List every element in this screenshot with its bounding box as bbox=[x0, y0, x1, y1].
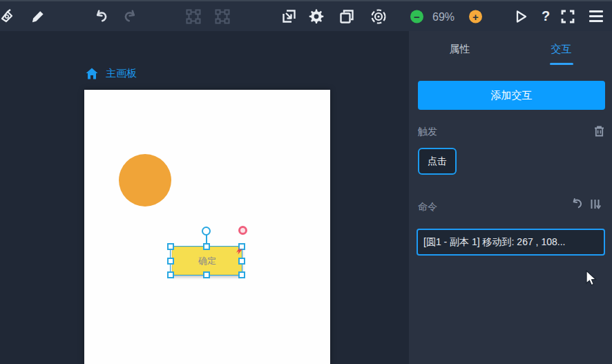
panel-tabs: 属性 交互 bbox=[409, 31, 612, 67]
group-icon[interactable] bbox=[184, 8, 202, 26]
breadcrumb-label[interactable]: 主画板 bbox=[106, 67, 137, 80]
undo-icon[interactable] bbox=[93, 8, 111, 26]
inspector-panel: 属性 交互 添加交互 触发 点击 命令 [圆1 - 副本 1] 移动到: 267… bbox=[409, 31, 612, 364]
trigger-section-label: 触发 bbox=[418, 126, 437, 138]
command-item[interactable]: [圆1 - 副本 1] 移动到: 267 , 108... bbox=[417, 229, 605, 256]
active-tab-underline bbox=[550, 63, 573, 65]
rotate-handle[interactable] bbox=[202, 227, 211, 236]
resize-handle-bottom-middle[interactable] bbox=[203, 271, 210, 278]
circle-shape[interactable] bbox=[119, 154, 171, 207]
export-icon[interactable] bbox=[280, 8, 298, 26]
mouse-cursor bbox=[586, 270, 597, 287]
fullscreen-icon[interactable] bbox=[559, 8, 577, 26]
tab-properties[interactable]: 属性 bbox=[409, 31, 510, 67]
breadcrumb[interactable]: 主画板 bbox=[86, 67, 137, 80]
pencil-icon[interactable] bbox=[29, 8, 47, 26]
resize-handle-middle-left[interactable] bbox=[167, 258, 174, 265]
artboard[interactable]: 确定 bbox=[84, 90, 330, 364]
menu-icon[interactable] bbox=[587, 8, 605, 26]
trash-icon[interactable] bbox=[594, 126, 604, 140]
add-interaction-button[interactable]: 添加交互 bbox=[418, 81, 605, 110]
tab-properties-label: 属性 bbox=[450, 43, 470, 56]
resize-handle-top-left[interactable] bbox=[167, 243, 174, 250]
play-icon[interactable] bbox=[512, 8, 530, 26]
resize-handle-middle-right[interactable] bbox=[238, 258, 245, 265]
tab-interaction-label: 交互 bbox=[551, 43, 572, 56]
settings-gear-icon[interactable] bbox=[307, 8, 325, 26]
tab-interaction[interactable]: 交互 bbox=[510, 31, 612, 67]
resize-handle-bottom-right[interactable] bbox=[238, 271, 245, 278]
resize-handle-top-middle[interactable] bbox=[203, 243, 210, 250]
target-icon[interactable] bbox=[370, 8, 388, 26]
command-section-label: 命令 bbox=[418, 201, 437, 213]
zoom-out-button[interactable]: − bbox=[410, 10, 423, 23]
selection-box[interactable] bbox=[170, 246, 242, 276]
help-icon[interactable]: ? bbox=[537, 8, 555, 26]
top-toolbar: − 69% + ? bbox=[0, 0, 612, 31]
layers-icon[interactable] bbox=[338, 8, 356, 26]
redo-icon[interactable] bbox=[121, 8, 139, 26]
home-icon[interactable] bbox=[86, 68, 98, 79]
interaction-flag-icon bbox=[236, 247, 243, 255]
ungroup-icon[interactable] bbox=[213, 8, 231, 26]
zoom-in-button[interactable]: + bbox=[469, 10, 482, 23]
zoom-level: 69% bbox=[432, 1, 455, 32]
sort-columns-icon[interactable] bbox=[590, 198, 602, 213]
resize-handle-bottom-left[interactable] bbox=[167, 271, 174, 278]
interaction-target-indicator[interactable] bbox=[238, 226, 247, 235]
trigger-click-button[interactable]: 点击 bbox=[418, 148, 457, 175]
pen-tool-icon[interactable] bbox=[0, 8, 17, 26]
refresh-icon[interactable] bbox=[571, 198, 583, 213]
design-canvas[interactable]: 主画板 确定 bbox=[0, 31, 409, 364]
